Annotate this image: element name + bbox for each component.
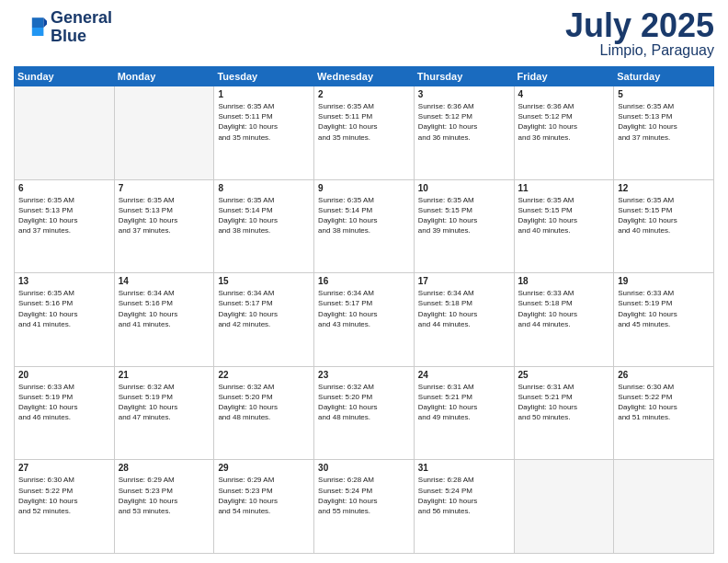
day-number: 15 <box>218 276 310 286</box>
table-row: 14Sunrise: 6:34 AM Sunset: 5:16 PM Dayli… <box>114 273 214 367</box>
day-number: 12 <box>618 183 710 193</box>
day-number: 17 <box>418 276 510 286</box>
day-number: 14 <box>119 276 210 286</box>
day-info: Sunrise: 6:35 AM Sunset: 5:11 PM Dayligh… <box>218 101 310 143</box>
table-row: 31Sunrise: 6:28 AM Sunset: 5:24 PM Dayli… <box>414 460 514 554</box>
day-info: Sunrise: 6:31 AM Sunset: 5:21 PM Dayligh… <box>418 382 510 423</box>
week-row-4: 27Sunrise: 6:30 AM Sunset: 5:22 PM Dayli… <box>15 460 714 554</box>
table-row: 20Sunrise: 6:33 AM Sunset: 5:19 PM Dayli… <box>15 366 115 460</box>
table-row: 12Sunrise: 6:35 AM Sunset: 5:15 PM Dayli… <box>614 179 714 273</box>
week-row-2: 13Sunrise: 6:35 AM Sunset: 5:16 PM Dayli… <box>15 273 714 367</box>
calendar-table: Sunday Monday Tuesday Wednesday Thursday… <box>14 66 714 554</box>
table-row <box>15 86 115 180</box>
header-friday: Friday <box>514 67 614 86</box>
day-info: Sunrise: 6:32 AM Sunset: 5:20 PM Dayligh… <box>218 382 310 423</box>
table-row: 15Sunrise: 6:34 AM Sunset: 5:17 PM Dayli… <box>214 273 314 367</box>
svg-marker-2 <box>43 17 47 28</box>
day-info: Sunrise: 6:34 AM Sunset: 5:18 PM Dayligh… <box>418 288 510 329</box>
day-number: 30 <box>318 463 410 473</box>
table-row: 2Sunrise: 6:35 AM Sunset: 5:11 PM Daylig… <box>314 86 415 180</box>
day-info: Sunrise: 6:33 AM Sunset: 5:18 PM Dayligh… <box>518 288 610 329</box>
table-row: 18Sunrise: 6:33 AM Sunset: 5:18 PM Dayli… <box>514 273 614 367</box>
day-info: Sunrise: 6:28 AM Sunset: 5:24 PM Dayligh… <box>418 475 510 516</box>
table-row: 16Sunrise: 6:34 AM Sunset: 5:17 PM Dayli… <box>314 273 415 367</box>
page: General Blue July 2025 Limpio, Paraguay … <box>0 0 728 563</box>
table-row <box>614 460 714 554</box>
day-info: Sunrise: 6:34 AM Sunset: 5:16 PM Dayligh… <box>119 288 210 329</box>
day-info: Sunrise: 6:35 AM Sunset: 5:15 PM Dayligh… <box>418 195 510 236</box>
day-info: Sunrise: 6:35 AM Sunset: 5:14 PM Dayligh… <box>318 195 410 236</box>
table-row: 17Sunrise: 6:34 AM Sunset: 5:18 PM Dayli… <box>414 273 514 367</box>
day-info: Sunrise: 6:35 AM Sunset: 5:11 PM Dayligh… <box>318 101 410 143</box>
day-number: 29 <box>218 463 310 473</box>
table-row: 9Sunrise: 6:35 AM Sunset: 5:14 PM Daylig… <box>314 179 415 273</box>
table-row: 23Sunrise: 6:32 AM Sunset: 5:20 PM Dayli… <box>314 366 415 460</box>
day-info: Sunrise: 6:31 AM Sunset: 5:21 PM Dayligh… <box>518 382 610 423</box>
logo-text: General Blue <box>51 9 112 46</box>
day-number: 19 <box>618 276 710 286</box>
table-row: 30Sunrise: 6:28 AM Sunset: 5:24 PM Dayli… <box>314 460 415 554</box>
day-info: Sunrise: 6:28 AM Sunset: 5:24 PM Dayligh… <box>318 475 410 516</box>
table-row <box>114 86 214 180</box>
table-row: 28Sunrise: 6:29 AM Sunset: 5:23 PM Dayli… <box>114 460 214 554</box>
svg-marker-1 <box>32 28 44 36</box>
day-info: Sunrise: 6:35 AM Sunset: 5:13 PM Dayligh… <box>618 101 710 143</box>
day-info: Sunrise: 6:30 AM Sunset: 5:22 PM Dayligh… <box>18 475 110 516</box>
logo-line2: Blue <box>51 28 112 46</box>
day-info: Sunrise: 6:29 AM Sunset: 5:23 PM Dayligh… <box>119 475 210 516</box>
table-row: 24Sunrise: 6:31 AM Sunset: 5:21 PM Dayli… <box>414 366 514 460</box>
week-row-1: 6Sunrise: 6:35 AM Sunset: 5:13 PM Daylig… <box>15 179 714 273</box>
day-info: Sunrise: 6:33 AM Sunset: 5:19 PM Dayligh… <box>618 288 710 329</box>
day-number: 26 <box>618 370 710 380</box>
day-number: 31 <box>418 463 510 473</box>
day-info: Sunrise: 6:35 AM Sunset: 5:16 PM Dayligh… <box>18 288 110 329</box>
day-info: Sunrise: 6:32 AM Sunset: 5:20 PM Dayligh… <box>318 382 410 423</box>
logo: General Blue <box>14 9 112 46</box>
day-info: Sunrise: 6:36 AM Sunset: 5:12 PM Dayligh… <box>418 101 510 143</box>
day-number: 18 <box>518 276 610 286</box>
header-wednesday: Wednesday <box>314 67 415 86</box>
table-row: 7Sunrise: 6:35 AM Sunset: 5:13 PM Daylig… <box>114 179 214 273</box>
day-info: Sunrise: 6:32 AM Sunset: 5:19 PM Dayligh… <box>119 382 210 423</box>
day-number: 23 <box>318 370 410 380</box>
day-info: Sunrise: 6:35 AM Sunset: 5:15 PM Dayligh… <box>518 195 610 236</box>
day-number: 27 <box>18 463 110 473</box>
day-number: 24 <box>418 370 510 380</box>
header-saturday: Saturday <box>614 67 714 86</box>
table-row: 13Sunrise: 6:35 AM Sunset: 5:16 PM Dayli… <box>15 273 115 367</box>
day-number: 1 <box>218 89 310 99</box>
header: General Blue July 2025 Limpio, Paraguay <box>14 9 714 59</box>
day-number: 21 <box>119 370 210 380</box>
day-number: 13 <box>18 276 110 286</box>
logo-icon <box>14 11 47 44</box>
day-info: Sunrise: 6:36 AM Sunset: 5:12 PM Dayligh… <box>518 101 610 143</box>
day-info: Sunrise: 6:35 AM Sunset: 5:13 PM Dayligh… <box>119 195 210 236</box>
table-row: 3Sunrise: 6:36 AM Sunset: 5:12 PM Daylig… <box>414 86 514 180</box>
calendar-subtitle: Limpio, Paraguay <box>565 42 714 59</box>
table-row: 5Sunrise: 6:35 AM Sunset: 5:13 PM Daylig… <box>614 86 714 180</box>
calendar-header-row: Sunday Monday Tuesday Wednesday Thursday… <box>15 67 714 86</box>
day-number: 9 <box>318 183 410 193</box>
day-number: 11 <box>518 183 610 193</box>
table-row: 4Sunrise: 6:36 AM Sunset: 5:12 PM Daylig… <box>514 86 614 180</box>
table-row: 25Sunrise: 6:31 AM Sunset: 5:21 PM Dayli… <box>514 366 614 460</box>
day-info: Sunrise: 6:34 AM Sunset: 5:17 PM Dayligh… <box>318 288 410 329</box>
table-row: 27Sunrise: 6:30 AM Sunset: 5:22 PM Dayli… <box>15 460 115 554</box>
day-number: 3 <box>418 89 510 99</box>
day-number: 8 <box>218 183 310 193</box>
day-number: 4 <box>518 89 610 99</box>
day-number: 28 <box>119 463 210 473</box>
day-number: 16 <box>318 276 410 286</box>
day-number: 20 <box>18 370 110 380</box>
table-row: 11Sunrise: 6:35 AM Sunset: 5:15 PM Dayli… <box>514 179 614 273</box>
logo-line1: General <box>51 9 112 28</box>
table-row: 6Sunrise: 6:35 AM Sunset: 5:13 PM Daylig… <box>15 179 115 273</box>
day-number: 5 <box>618 89 710 99</box>
day-info: Sunrise: 6:35 AM Sunset: 5:15 PM Dayligh… <box>618 195 710 236</box>
day-number: 2 <box>318 89 410 99</box>
table-row: 8Sunrise: 6:35 AM Sunset: 5:14 PM Daylig… <box>214 179 314 273</box>
day-number: 7 <box>119 183 210 193</box>
day-info: Sunrise: 6:35 AM Sunset: 5:13 PM Dayligh… <box>18 195 110 236</box>
table-row: 22Sunrise: 6:32 AM Sunset: 5:20 PM Dayli… <box>214 366 314 460</box>
week-row-3: 20Sunrise: 6:33 AM Sunset: 5:19 PM Dayli… <box>15 366 714 460</box>
